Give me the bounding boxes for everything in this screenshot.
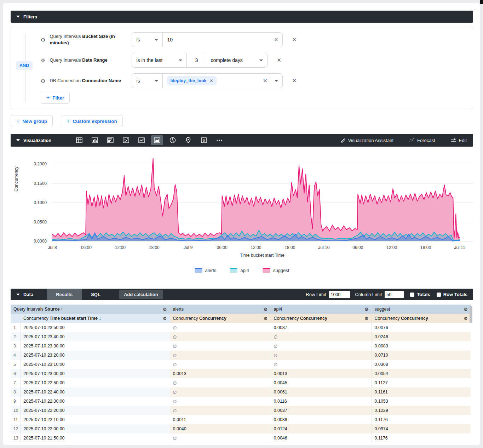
gear-icon[interactable]: ⚙ xyxy=(264,307,268,312)
single-value-icon[interactable]: 6 xyxy=(198,135,210,145)
collapse-filters-icon[interactable] xyxy=(16,16,20,18)
table-scrollbar[interactable] xyxy=(470,306,472,323)
value-cell[interactable]: 0.0246 xyxy=(372,332,471,341)
time-cell[interactable]: 2025-07-10 22:20:00 xyxy=(21,406,170,415)
measure-group-header[interactable]: api4⚙ xyxy=(271,305,372,314)
more-charts-icon[interactable] xyxy=(213,135,225,145)
time-cell[interactable]: 2025-07-10 22:40:00 xyxy=(21,387,170,397)
totals-checkbox[interactable] xyxy=(410,293,414,297)
time-cell[interactable]: 2025-07-10 23:30:00 xyxy=(21,341,170,351)
value-cell[interactable]: 0.0061 xyxy=(271,387,372,397)
value-cell[interactable]: 0.0124 xyxy=(271,424,372,433)
value-cell[interactable]: 0.1161 xyxy=(372,387,471,397)
filter-value-multiselect[interactable]: ldeploy_the_look ✕ ✕ xyxy=(162,74,282,88)
value-cell[interactable]: ∅ xyxy=(170,406,271,415)
tab-results[interactable]: Results xyxy=(47,289,82,300)
line-chart-icon[interactable] xyxy=(136,135,148,145)
remove-filter-icon[interactable]: ✕ xyxy=(277,57,281,63)
tab-sql[interactable]: SQL xyxy=(82,289,110,300)
row-limit-input[interactable] xyxy=(329,291,350,298)
time-cell[interactable]: 2025-07-10 22:30:00 xyxy=(21,397,170,406)
value-cell[interactable]: 0.0045 xyxy=(271,378,372,387)
add-filter-button[interactable]: + Filter xyxy=(41,92,70,104)
value-cell[interactable]: 0.1176 xyxy=(372,433,471,442)
value-cell[interactable]: ∅ xyxy=(271,341,372,351)
time-cell[interactable]: 2025-07-10 23:50:00 xyxy=(21,323,170,332)
area-chart-icon[interactable] xyxy=(151,135,163,145)
dimension-column-header[interactable]: Concurrency Time bucket start Time ↓⚙ xyxy=(11,314,170,323)
add-calculation-button[interactable]: Add calculation xyxy=(119,290,163,299)
bar-chart-icon[interactable] xyxy=(104,135,116,145)
new-group-button[interactable]: + New group xyxy=(11,115,53,127)
value-cell[interactable]: 0.0046 xyxy=(271,433,372,442)
value-cell[interactable]: 0.0040 xyxy=(170,424,271,433)
value-cell[interactable]: ∅ xyxy=(170,397,271,406)
scatter-chart-icon[interactable] xyxy=(120,135,132,145)
value-cell[interactable]: 0.0011 xyxy=(170,415,271,424)
value-cell[interactable]: 0.1229 xyxy=(372,406,471,415)
row-totals-checkbox[interactable] xyxy=(437,293,441,297)
gear-icon[interactable]: ⚙ xyxy=(464,316,468,321)
clear-value-icon[interactable]: ✕ xyxy=(263,78,268,84)
gear-icon[interactable]: ⚙ xyxy=(163,307,167,312)
gear-icon[interactable]: ⚙ xyxy=(41,78,45,84)
filter-group-operator-badge[interactable]: AND xyxy=(16,61,33,70)
filter-operator-select[interactable]: is xyxy=(132,74,162,88)
filters-section-header[interactable]: Filters xyxy=(11,11,473,23)
measure-column-header[interactable]: Concurrency Concurrency⚙ xyxy=(271,314,372,323)
column-chart-icon[interactable] xyxy=(89,135,101,145)
column-limit-input[interactable] xyxy=(385,291,404,298)
value-cell[interactable]: ∅ xyxy=(271,351,372,360)
collapse-visualization-icon[interactable] xyxy=(16,139,20,141)
value-cell[interactable]: 0.0037 xyxy=(271,406,372,415)
gear-icon[interactable]: ⚙ xyxy=(364,307,369,312)
visualization-assistant-button[interactable]: Visualization Assistant xyxy=(340,137,393,143)
legend-item-suggest[interactable]: suggest xyxy=(263,268,289,273)
value-cell[interactable]: 0.1176 xyxy=(372,415,471,424)
remove-filter-icon[interactable]: ✕ xyxy=(292,78,297,84)
time-cell[interactable]: 2025-07-10 22:50:00 xyxy=(21,378,170,387)
gear-icon[interactable]: ⚙ xyxy=(264,316,268,321)
value-cell[interactable]: 0.0039 xyxy=(271,415,372,424)
clear-value-icon[interactable]: ✕ xyxy=(274,36,278,43)
pie-chart-icon[interactable] xyxy=(167,135,179,145)
value-cell[interactable]: ∅ xyxy=(170,378,271,387)
filter-unit-select[interactable]: complete days xyxy=(206,53,267,67)
filter-amount-input[interactable]: 3 xyxy=(186,53,206,67)
value-cell[interactable]: ∅ xyxy=(271,360,372,369)
value-cell[interactable]: ∅ xyxy=(170,360,271,369)
value-cell[interactable]: 0.0308 xyxy=(372,360,471,369)
value-cell[interactable]: 0.1127 xyxy=(372,378,471,387)
area-chart-plot[interactable] xyxy=(51,153,473,242)
table-icon[interactable] xyxy=(73,135,85,145)
value-cell[interactable]: ∅ xyxy=(170,323,271,332)
value-cell[interactable]: ∅ xyxy=(170,351,271,360)
remove-filter-icon[interactable]: ✕ xyxy=(292,36,297,43)
measure-column-header[interactable]: Concurrency Concurrency⚙ xyxy=(372,314,471,323)
value-cell[interactable]: ∅ xyxy=(170,341,271,351)
gear-icon[interactable]: ⚙ xyxy=(41,58,45,63)
filter-operator-select[interactable]: is in the last xyxy=(132,53,186,67)
chevron-right-icon[interactable]: › xyxy=(61,307,62,312)
value-cell[interactable]: 0.1053 xyxy=(372,397,471,406)
value-cell[interactable]: ∅ xyxy=(271,332,372,341)
measure-group-header[interactable]: suggest⚙ xyxy=(372,305,471,314)
value-cell[interactable]: 0.0974 xyxy=(372,424,471,433)
filter-value-input[interactable]: 10 ✕ xyxy=(162,33,282,47)
time-cell[interactable]: 2025-07-10 23:40:00 xyxy=(21,332,170,341)
dimension-group-header[interactable]: Query Intervals Source ›⚙ xyxy=(11,305,170,314)
chevron-down-icon[interactable] xyxy=(275,80,278,82)
time-cell[interactable]: 2025-07-10 22:00:00 xyxy=(21,424,170,433)
time-cell[interactable]: 2025-07-10 23:20:00 xyxy=(21,351,170,360)
value-cell[interactable]: 0.0013 xyxy=(170,369,271,378)
legend-item-api4[interactable]: api4 xyxy=(230,268,249,273)
time-cell[interactable]: 2025-07-10 23:00:00 xyxy=(21,369,170,378)
value-cell[interactable]: ∅ xyxy=(170,433,271,442)
value-cell[interactable]: 0.0116 xyxy=(271,397,372,406)
value-cell[interactable]: 0.0037 xyxy=(271,323,372,332)
gear-icon[interactable]: ⚙ xyxy=(163,316,167,321)
legend-item-alerts[interactable]: alerts xyxy=(195,268,217,273)
value-cell[interactable]: 0.0013 xyxy=(271,369,372,378)
gear-icon[interactable]: ⚙ xyxy=(364,316,369,321)
measure-group-header[interactable]: alerts⚙ xyxy=(170,305,271,314)
